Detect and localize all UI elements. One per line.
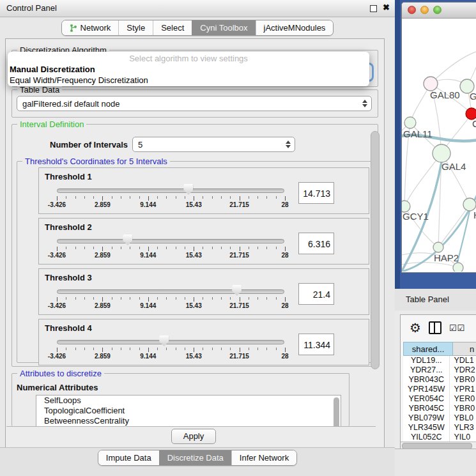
slider-track[interactable] bbox=[57, 289, 284, 294]
tab-impute-data[interactable]: Impute Data bbox=[98, 450, 159, 465]
viewport-divider bbox=[6, 426, 376, 427]
close-traffic-light-icon[interactable] bbox=[408, 6, 416, 14]
slider-tick-labels: -3.4262.8599.14415.4321.71528 bbox=[57, 302, 285, 310]
cell-name[interactable]: YBL0 bbox=[449, 413, 476, 423]
cell-name[interactable]: YER0 bbox=[449, 394, 476, 404]
algorithm-option[interactable]: Equal Width/Frequency Discretization bbox=[8, 75, 369, 86]
table-row[interactable]: YBR043CYBR0 bbox=[403, 375, 476, 385]
threshold-value-field[interactable]: 21.4 bbox=[298, 283, 334, 305]
table-row[interactable]: YDL19...YDL1 bbox=[403, 356, 476, 365]
cell-shared-name[interactable]: YPR145W bbox=[403, 385, 449, 394]
network-node[interactable] bbox=[424, 77, 438, 91]
network-window: GAL80GACGAL11GAL4GCY1HHAP2 bbox=[401, 2, 476, 273]
tab-label: Impute Data bbox=[106, 453, 151, 463]
threshold-slider[interactable]: -3.4262.8599.14415.4321.71528 bbox=[57, 335, 284, 360]
cell-shared-name[interactable]: YLR345W bbox=[403, 423, 449, 433]
threshold-slider[interactable]: -3.4262.8599.14415.4321.71528 bbox=[57, 234, 284, 259]
control-panel-title: Control Panel bbox=[6, 3, 57, 13]
network-node[interactable] bbox=[453, 263, 463, 272]
tab-infer-network[interactable]: Infer Network bbox=[231, 450, 296, 465]
cell-name[interactable]: YLR3 bbox=[449, 423, 476, 433]
tab-network[interactable]: Network bbox=[62, 20, 119, 35]
network-node[interactable] bbox=[433, 242, 443, 252]
network-node[interactable] bbox=[433, 144, 450, 162]
threshold-value-field[interactable]: 6.316 bbox=[298, 233, 334, 254]
tab-label: jActiveMNodules bbox=[264, 23, 326, 33]
apply-button[interactable]: Apply bbox=[171, 429, 216, 444]
cell-name[interactable]: YDR2 bbox=[449, 365, 476, 375]
cell-name[interactable]: YBR0 bbox=[449, 375, 476, 385]
cell-shared-name[interactable]: YBR043C bbox=[403, 375, 449, 385]
gear-icon[interactable]: ⚙ bbox=[410, 321, 421, 334]
column-header-shared-name[interactable]: shared... bbox=[403, 342, 453, 356]
tab-discretize-data[interactable]: Discretize Data bbox=[159, 450, 231, 465]
top-tab-bar: NetworkStyleSelectCyni ToolboxjActiveMNo… bbox=[0, 20, 395, 36]
close-icon[interactable]: ✖ bbox=[383, 3, 390, 12]
numerical-attributes-list[interactable]: SelfLoopsTopologicalCoefficientBetweenne… bbox=[36, 395, 341, 427]
combo-arrows-icon bbox=[286, 141, 291, 148]
table-row[interactable]: YIL052CYIL0 bbox=[403, 433, 476, 441]
cell-name[interactable]: YDL1 bbox=[449, 356, 476, 365]
tab-label: Infer Network bbox=[240, 453, 289, 463]
table-row[interactable]: YDR27...YDR2 bbox=[403, 365, 476, 375]
number-of-intervals-combo[interactable]: 5 bbox=[132, 137, 295, 152]
network-node-label: C bbox=[472, 118, 476, 129]
tab-jactivemnodules[interactable]: jActiveMNodules bbox=[256, 20, 334, 35]
slider-thumb[interactable] bbox=[123, 234, 132, 245]
numerical-attributes-label: Numerical Attributes bbox=[17, 383, 98, 392]
columns-icon[interactable] bbox=[429, 321, 441, 334]
checkbox-icons[interactable]: ☑☑ bbox=[449, 323, 465, 333]
table-row[interactable]: YLR345WYLR3 bbox=[403, 423, 476, 433]
slider-track[interactable] bbox=[57, 188, 284, 193]
algorithm-prompt-option[interactable]: Select algorithm to view settings bbox=[8, 53, 369, 64]
cell-shared-name[interactable]: YER054C bbox=[403, 394, 449, 404]
threshold-panel: Threshold 3-3.4262.8599.14415.4321.71528… bbox=[38, 268, 369, 315]
table-row[interactable]: YPR145WYPR1 bbox=[403, 385, 476, 394]
network-node-label: GAL4 bbox=[441, 161, 466, 172]
network-node[interactable] bbox=[404, 117, 416, 128]
attribute-item[interactable]: SelfLoops bbox=[36, 395, 341, 406]
table-data-combo[interactable]: galFiltered.sif default node bbox=[17, 96, 372, 111]
cell-shared-name[interactable]: YDL19... bbox=[403, 356, 449, 365]
screenshot-stage: Control Panel ✖ NetworkStyleSelectCyni T… bbox=[0, 0, 476, 476]
cell-shared-name[interactable]: YBR045C bbox=[403, 404, 449, 413]
cell-name[interactable]: YIL0 bbox=[449, 433, 476, 441]
cell-name[interactable]: YBR0 bbox=[449, 404, 476, 413]
table-row[interactable]: YBL079WYBL0 bbox=[403, 413, 476, 423]
attribute-item[interactable]: TopologicalCoefficient bbox=[36, 406, 341, 416]
panel-scrollbar-thumb[interactable] bbox=[371, 131, 380, 369]
tab-style[interactable]: Style bbox=[118, 20, 153, 35]
network-canvas[interactable]: GAL80GACGAL11GAL4GCY1HHAP2 bbox=[402, 19, 476, 272]
cell-shared-name[interactable]: YBL079W bbox=[403, 413, 449, 423]
threshold-panel: Threshold 2-3.4262.8599.14415.4321.71528… bbox=[38, 218, 369, 265]
column-header-name[interactable]: n bbox=[453, 342, 476, 356]
cell-name[interactable]: YPR1 bbox=[449, 385, 476, 394]
tab-cyni-toolbox[interactable]: Cyni Toolbox bbox=[192, 20, 255, 35]
algorithm-option[interactable]: Manual Discretization bbox=[8, 64, 369, 75]
table-row[interactable]: YBR045CYBR0 bbox=[403, 404, 476, 413]
slider-track[interactable] bbox=[57, 340, 284, 344]
slider-thumb[interactable] bbox=[183, 184, 193, 195]
tab-select[interactable]: Select bbox=[153, 20, 192, 35]
table-panel-titlebar: Table Panel bbox=[395, 289, 476, 311]
threshold-value-field[interactable]: 11.344 bbox=[298, 334, 334, 355]
threshold-slider[interactable]: -3.4262.8599.14415.4321.71528 bbox=[57, 284, 284, 310]
cell-shared-name[interactable]: YIL052C bbox=[403, 433, 449, 441]
attribute-item[interactable]: BetweennessCentrality bbox=[36, 416, 341, 426]
slider-track[interactable] bbox=[57, 239, 284, 243]
float-window-icon[interactable] bbox=[370, 5, 377, 12]
network-node[interactable] bbox=[463, 198, 476, 211]
slider-thumb[interactable] bbox=[232, 285, 242, 296]
slider-tick-labels: -3.4262.8599.14415.4321.71528 bbox=[57, 201, 285, 209]
slider-thumb[interactable] bbox=[159, 335, 169, 346]
threshold-slider[interactable]: -3.4262.8599.14415.4321.71528 bbox=[57, 183, 284, 209]
cell-shared-name[interactable]: YDR27... bbox=[403, 365, 449, 375]
table-body[interactable]: YDL19...YDL1YDR27...YDR2YBR043CYBR0YPR14… bbox=[403, 356, 476, 441]
zoom-traffic-light-icon[interactable] bbox=[433, 6, 441, 14]
threshold-value-field[interactable]: 14.713 bbox=[298, 182, 334, 204]
threshold-label: Threshold 3 bbox=[45, 273, 92, 282]
attributes-scrollbar-thumb[interactable] bbox=[334, 397, 339, 427]
minimize-traffic-light-icon[interactable] bbox=[420, 6, 429, 14]
table-row[interactable]: YER054CYER0 bbox=[403, 394, 476, 404]
tab-label: Network bbox=[81, 23, 111, 33]
